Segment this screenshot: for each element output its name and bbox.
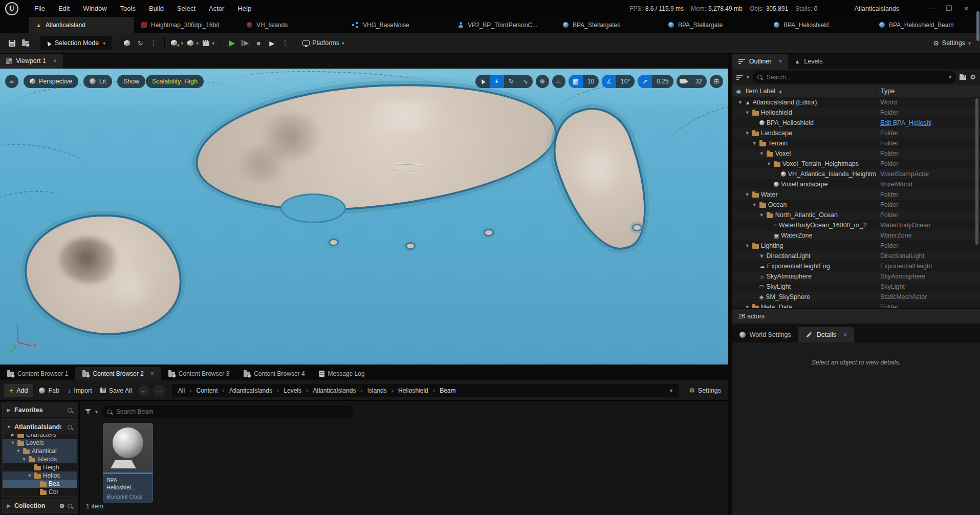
close-icon[interactable]: × — [53, 57, 57, 65]
menu-select[interactable]: Select — [170, 0, 202, 17]
viewport-tab[interactable]: Viewport 1 × — [0, 54, 63, 69]
lit-dropdown[interactable]: Lit — [83, 75, 112, 88]
content-browser-tab[interactable]: Message Log — [312, 367, 372, 380]
play-button[interactable]: ▶ — [225, 36, 238, 50]
browse-content-button[interactable] — [18, 36, 32, 50]
outliner-row[interactable]: BPA_HelioshieldEdit BPA_Helioshi — [732, 118, 980, 128]
close-icon[interactable]: × — [778, 58, 782, 65]
asset-tab[interactable]: Heightmap_300dpi_16bit — [134, 17, 239, 33]
folder-tree-item[interactable]: ▼Atlantical — [3, 447, 77, 455]
chevron-down-icon[interactable]: ▾ — [95, 409, 98, 415]
add-folder-icon[interactable] — [960, 75, 966, 80]
camera-speed-value[interactable]: 32 — [691, 75, 707, 88]
move-tool-button[interactable]: + — [490, 75, 504, 88]
select-tool-button[interactable] — [475, 75, 490, 88]
outliner-row[interactable]: ▼LightingFolder — [732, 241, 980, 251]
world-local-toggle[interactable]: ⊕ — [536, 75, 549, 88]
outliner-row[interactable]: ▼LandscapeFolder — [732, 128, 980, 138]
asset-tile[interactable]: BPA_Helioshiel... Blueprint Class — [103, 423, 153, 503]
stop-button[interactable]: ■ — [252, 36, 265, 50]
perspective-dropdown[interactable]: Perspective — [24, 75, 78, 88]
panel-splitter[interactable] — [728, 54, 732, 515]
selection-mode-dropdown[interactable]: Selection Mode ▾ — [40, 36, 112, 50]
filter-icon[interactable] — [85, 409, 91, 414]
breadcrumb-item[interactable]: All — [178, 387, 185, 394]
scale-tool-button[interactable]: ↘ — [518, 75, 533, 88]
frame-skip-button[interactable]: ▶ — [238, 36, 252, 50]
content-browser-tab[interactable]: Content Browser 3 — [161, 367, 236, 380]
menu-file[interactable]: File — [28, 0, 52, 17]
save-all-button[interactable]: Save All — [98, 387, 134, 394]
fab-button[interactable]: Fab — [37, 387, 61, 394]
menu-window[interactable]: Window — [76, 0, 113, 17]
menu-build[interactable]: Build — [142, 0, 170, 17]
folder-tree-item[interactable]: Heigh — [3, 463, 77, 471]
outliner-row[interactable]: ☀DirectionalLightDirectionalLight — [732, 251, 980, 261]
back-button[interactable]: ← — [138, 385, 149, 396]
outliner-row[interactable]: ▼TerrainFolder — [732, 138, 980, 148]
breadcrumb-item[interactable]: AtlanticaIslands — [313, 387, 356, 394]
menu-tools[interactable]: Tools — [114, 0, 142, 17]
type-column-header[interactable]: Type — [876, 88, 980, 95]
forward-button[interactable]: → — [154, 385, 165, 396]
tab-levels[interactable]: ▲ Levels — [788, 54, 829, 69]
asset-tab[interactable]: BPA_Stellargates — [556, 17, 661, 33]
outliner-search-input[interactable] — [767, 74, 946, 81]
expander-icon[interactable]: ▼ — [745, 305, 750, 308]
expander-icon[interactable]: ▼ — [27, 473, 32, 478]
expander-icon[interactable]: ▼ — [10, 440, 15, 445]
content-browser-tab[interactable]: Content Browser 4 — [236, 367, 312, 380]
outliner-row[interactable]: VoxelLandscapeVoxelWorld — [732, 179, 980, 189]
outliner-row[interactable]: ▼OceanFolder — [732, 200, 980, 210]
folder-tree-item[interactable]: ▼Levels — [3, 439, 77, 447]
content-browser-tab[interactable]: Content Browser 2× — [75, 367, 161, 380]
expander-icon[interactable]: ▼ — [737, 100, 743, 105]
surface-snap-button[interactable]: ∴ — [552, 75, 565, 88]
expander-icon[interactable]: ▼ — [16, 448, 21, 454]
search-icon[interactable] — [68, 425, 72, 430]
asset-tab[interactable]: VH_Islands — [239, 17, 345, 33]
platform-cube-button[interactable] — [120, 36, 134, 50]
outliner-row[interactable]: ▼Voxel_Terrain_HeightmapsFolder — [732, 159, 980, 169]
maximize-viewport-button[interactable]: ⊞ — [710, 75, 723, 88]
asset-tab[interactable]: VHG_BaseNoise — [345, 17, 450, 33]
asset-search-field[interactable] — [102, 405, 354, 418]
add-button[interactable]: +Add — [4, 384, 33, 397]
folder-tree-item[interactable]: ▼Helios — [3, 471, 77, 480]
scale-snap-value[interactable]: 0.25 — [652, 75, 673, 88]
outliner-row[interactable]: ▼VoxelFolder — [732, 148, 980, 159]
project-root-row[interactable]: ▼ AtlanticaIslands — [3, 420, 77, 434]
asset-tab[interactable]: ▲AtlanticaIsland — [29, 17, 134, 33]
breadcrumb-item[interactable]: Islands — [367, 387, 387, 394]
outliner-search-field[interactable]: ▾ — [753, 71, 956, 83]
outliner-row[interactable]: ☁ExponentialHeightFogExponentialHeight — [732, 261, 980, 271]
toolbar-overflow-button[interactable]: ⋮ — [147, 36, 160, 50]
close-button[interactable]: × — [957, 3, 975, 15]
tree-scrollbar[interactable] — [976, 11, 979, 41]
minimize-button[interactable]: — — [923, 3, 940, 15]
play-options-button[interactable]: ⋮ — [278, 36, 292, 50]
cinematics-button[interactable]: ▾ — [201, 36, 216, 50]
breadcrumb-item[interactable]: Content — [197, 387, 218, 394]
folder-tree-item[interactable]: Cor — [3, 488, 77, 496]
breadcrumb-item[interactable]: Beam — [440, 387, 455, 394]
favorites-section[interactable]: ▶ Favorites — [2, 403, 77, 417]
expander-icon[interactable]: ▶ — [10, 434, 15, 437]
outliner-row[interactable]: ◈SM_SkySphereStaticMeshActor — [732, 292, 980, 302]
expander-icon[interactable]: ▼ — [745, 243, 750, 248]
tab-world-settings[interactable]: World Settings — [732, 327, 798, 342]
filter-icon[interactable] — [736, 75, 743, 80]
expander-icon[interactable]: ▼ — [752, 202, 757, 207]
grid-snap-value[interactable]: 10 — [583, 75, 599, 88]
outliner-row[interactable]: ☼SkyAtmosphereSkyAtmosphere — [732, 271, 980, 282]
add-actor-button[interactable]: +▾ — [169, 36, 185, 50]
breadcrumb-item[interactable]: Helioshield — [398, 387, 428, 394]
import-button[interactable]: ↓Import — [66, 387, 94, 394]
rotate-tool-button[interactable]: ↻ — [504, 75, 518, 88]
recompile-button[interactable]: ↻ — [134, 36, 147, 50]
outliner-row[interactable]: ▣WaterZoneWaterZone — [732, 230, 980, 241]
save-current-level-button[interactable] — [5, 36, 18, 50]
item-label-column-header[interactable]: Item Label▲ — [746, 88, 876, 95]
menu-actor[interactable]: Actor — [202, 0, 231, 17]
folder-tree-item[interactable]: Bea — [3, 480, 77, 488]
